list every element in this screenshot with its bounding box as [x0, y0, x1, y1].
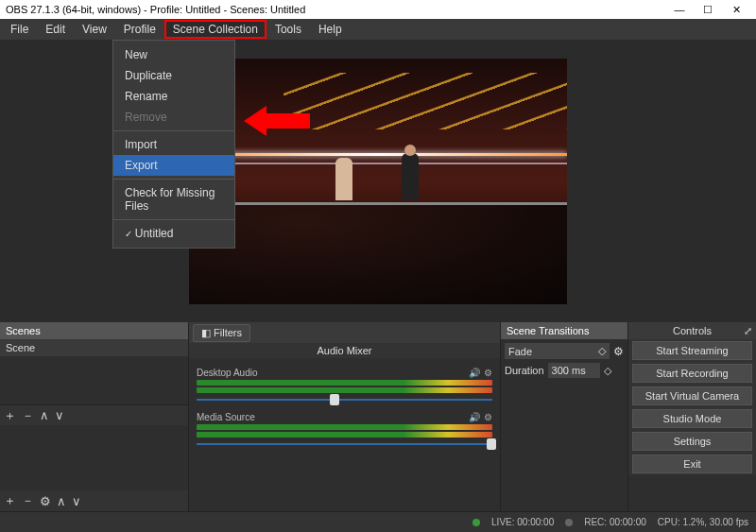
scenes-header: Scenes	[0, 322, 188, 339]
transition-settings-button[interactable]: ⚙	[613, 345, 624, 358]
dd-duplicate[interactable]: Duplicate	[113, 65, 234, 86]
audio-meter	[197, 387, 492, 393]
dd-separator	[113, 130, 234, 131]
live-status: LIVE: 00:00:00	[491, 517, 554, 527]
transition-select[interactable]: Fade ◇	[505, 343, 610, 359]
dd-separator	[113, 179, 234, 180]
preview-canvas	[189, 59, 567, 304]
duration-input[interactable]: 300 ms	[548, 363, 600, 378]
maximize-button[interactable]: ☐	[694, 0, 722, 19]
audio-meter	[197, 380, 492, 386]
dd-import[interactable]: Import	[113, 134, 234, 155]
menu-scene-collection[interactable]: Scene Collection	[164, 20, 266, 39]
scene-item[interactable]: Scene	[0, 339, 188, 356]
dd-check-missing[interactable]: Check for Missing Files	[113, 182, 234, 216]
mixer-title: Audio Mixer	[189, 343, 500, 358]
track-settings-button[interactable]: ⚙	[484, 368, 492, 378]
source-up-button[interactable]: ∧	[57, 494, 66, 508]
chevron-updown-icon: ◇	[598, 345, 606, 357]
dd-export[interactable]: Export	[113, 155, 234, 176]
controls-header: Controls	[673, 325, 712, 336]
settings-button[interactable]: Settings	[632, 432, 752, 451]
menu-help[interactable]: Help	[310, 20, 351, 39]
live-status-icon	[472, 519, 480, 526]
track-desktop-audio-label: Desktop Audio	[197, 368, 258, 378]
window-title: OBS 27.1.3 (64-bit, windows) - Profile: …	[6, 4, 665, 15]
add-source-button[interactable]: ＋	[4, 492, 16, 509]
dd-rename[interactable]: Rename	[113, 86, 234, 107]
status-bar: LIVE: 00:00:00 REC: 00:00:00 CPU: 1.2%, …	[0, 511, 756, 532]
scene-up-button[interactable]: ∧	[40, 408, 49, 422]
dd-remove: Remove	[113, 107, 234, 128]
filter-icon: ◧	[201, 327, 211, 338]
audio-meter	[197, 424, 492, 430]
source-settings-button[interactable]: ⚙	[40, 494, 51, 508]
exit-button[interactable]: Exit	[632, 455, 752, 473]
volume-slider[interactable]	[197, 443, 492, 445]
track-media-source-label: Media Source	[197, 412, 255, 422]
transitions-header: Scene Transitions	[501, 322, 627, 339]
duration-label: Duration	[505, 365, 544, 376]
menu-profile[interactable]: Profile	[115, 20, 164, 39]
speaker-icon[interactable]: 🔊	[469, 368, 480, 378]
menu-tools[interactable]: Tools	[266, 20, 310, 39]
menu-edit[interactable]: Edit	[37, 20, 74, 39]
start-recording-button[interactable]: Start Recording	[632, 364, 752, 383]
menu-view[interactable]: View	[74, 20, 115, 39]
dd-untitled[interactable]: Untitled	[113, 223, 234, 244]
rec-status-icon	[565, 519, 573, 526]
scenes-toolbar: ＋ － ∧ ∨	[0, 404, 188, 425]
sources-toolbar: ＋ － ⚙ ∧ ∨	[0, 490, 188, 511]
scenes-panel: Scenes Scene ＋ － ∧ ∨ ＋ － ⚙ ∧ ∨	[0, 322, 189, 511]
title-bar: OBS 27.1.3 (64-bit, windows) - Profile: …	[0, 0, 756, 19]
spinner-icon[interactable]: ◇	[604, 365, 611, 377]
close-button[interactable]: ✕	[722, 0, 750, 19]
track-settings-button[interactable]: ⚙	[484, 412, 492, 422]
scene-down-button[interactable]: ∨	[55, 408, 64, 422]
audio-mixer-panel: ◧ Filters Audio Mixer Desktop Audio 🔊 ⚙	[189, 322, 501, 511]
dd-new[interactable]: New	[113, 44, 234, 65]
volume-slider[interactable]	[197, 399, 492, 401]
start-streaming-button[interactable]: Start Streaming	[632, 341, 752, 360]
remove-scene-button[interactable]: －	[22, 407, 34, 424]
filters-button[interactable]: ◧ Filters	[193, 324, 250, 342]
speaker-icon[interactable]: 🔊	[469, 412, 480, 422]
audio-meter	[197, 432, 492, 438]
dd-separator	[113, 219, 234, 220]
remove-source-button[interactable]: －	[22, 492, 34, 509]
menu-file[interactable]: File	[2, 20, 37, 39]
rec-status: REC: 00:00:00	[584, 517, 646, 527]
expand-icon[interactable]: ⤢	[744, 325, 752, 337]
scene-collection-dropdown: New Duplicate Rename Remove Import Expor…	[112, 40, 235, 249]
controls-panel: Controls ⤢ Start Streaming Start Recordi…	[628, 322, 756, 511]
studio-mode-button[interactable]: Studio Mode	[632, 409, 752, 428]
minimize-button[interactable]: —	[665, 0, 694, 19]
svg-marker-0	[244, 106, 310, 136]
source-down-button[interactable]: ∨	[72, 494, 81, 508]
menu-bar: File Edit View Profile Scene Collection …	[0, 19, 756, 40]
annotation-arrow-icon	[244, 104, 310, 138]
cpu-status: CPU: 1.2%, 30.00 fps	[658, 517, 748, 527]
transitions-panel: Scene Transitions Fade ◇ ⚙ Duration 300 …	[501, 322, 628, 511]
start-virtual-camera-button[interactable]: Start Virtual Camera	[632, 386, 752, 405]
add-scene-button[interactable]: ＋	[4, 407, 16, 424]
